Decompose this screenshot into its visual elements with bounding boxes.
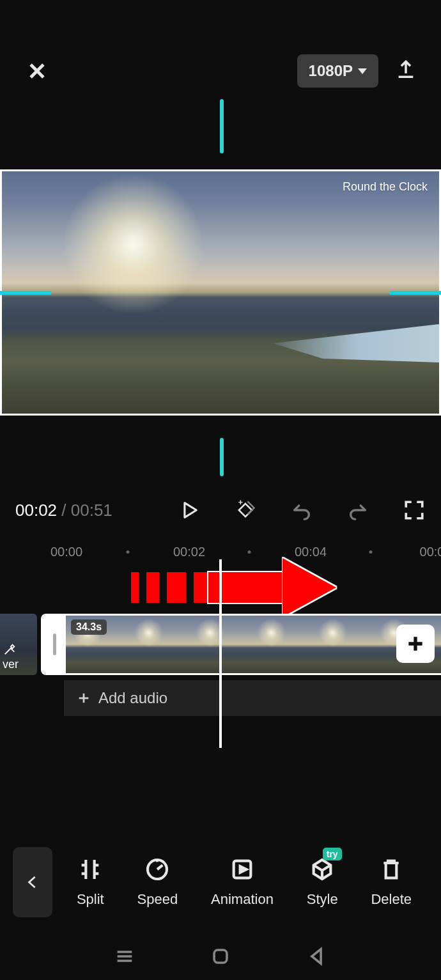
tool-animation[interactable]: Animation bbox=[211, 857, 274, 908]
svg-rect-3 bbox=[214, 950, 227, 963]
clip-thumbnails bbox=[66, 616, 441, 673]
tool-speed[interactable]: Speed bbox=[137, 857, 178, 908]
cover-clip[interactable]: ver bbox=[0, 614, 37, 675]
home-icon[interactable] bbox=[210, 945, 231, 970]
back-icon[interactable] bbox=[306, 945, 327, 970]
play-button[interactable] bbox=[178, 499, 201, 522]
svg-text:+: + bbox=[238, 499, 243, 507]
tool-delete[interactable]: Delete bbox=[371, 857, 412, 908]
annotation-arrow-head bbox=[282, 558, 336, 617]
try-badge: try bbox=[323, 848, 342, 860]
video-clip[interactable]: 34.3s bbox=[41, 614, 441, 675]
annotation-arrow-body bbox=[207, 571, 284, 604]
annotation-arrow-trail bbox=[131, 572, 219, 603]
preview-image bbox=[2, 171, 439, 414]
tool-split[interactable]: Split bbox=[77, 857, 104, 908]
keyframe-button[interactable]: + bbox=[234, 499, 257, 522]
toolbar-back-button[interactable] bbox=[13, 847, 52, 917]
crop-guide-right bbox=[390, 291, 441, 295]
add-audio-button[interactable]: Add audio bbox=[64, 680, 441, 716]
clip-trim-handle-left[interactable] bbox=[43, 616, 66, 673]
playhead-marker-bottom bbox=[220, 438, 224, 476]
close-button[interactable] bbox=[24, 58, 50, 84]
export-button[interactable] bbox=[395, 59, 417, 83]
playhead-marker-top bbox=[220, 99, 224, 153]
system-navigation bbox=[0, 945, 441, 970]
current-time: 00:02 bbox=[15, 501, 57, 520]
fullscreen-button[interactable] bbox=[403, 499, 426, 522]
watermark-text: Round the Clock bbox=[343, 180, 428, 194]
crop-guide-left bbox=[0, 291, 51, 295]
tool-style[interactable]: try Style bbox=[307, 857, 338, 908]
add-clip-button[interactable] bbox=[396, 625, 435, 663]
time-display: 00:02 / 00:51 bbox=[15, 501, 112, 520]
undo-button[interactable] bbox=[290, 499, 313, 522]
timeline-ruler[interactable]: 00:00 00:02 00:04 00:0 bbox=[0, 542, 441, 561]
redo-button[interactable] bbox=[346, 499, 369, 522]
total-time: 00:51 bbox=[71, 501, 112, 520]
clip-duration-badge: 34.3s bbox=[71, 619, 107, 635]
resolution-label: 1080P bbox=[309, 62, 353, 80]
resolution-selector[interactable]: 1080P bbox=[297, 54, 378, 88]
video-preview[interactable]: Round the Clock bbox=[0, 169, 441, 416]
timeline-playhead[interactable] bbox=[219, 559, 222, 748]
chevron-down-icon bbox=[358, 68, 367, 74]
recents-icon[interactable] bbox=[114, 945, 135, 970]
